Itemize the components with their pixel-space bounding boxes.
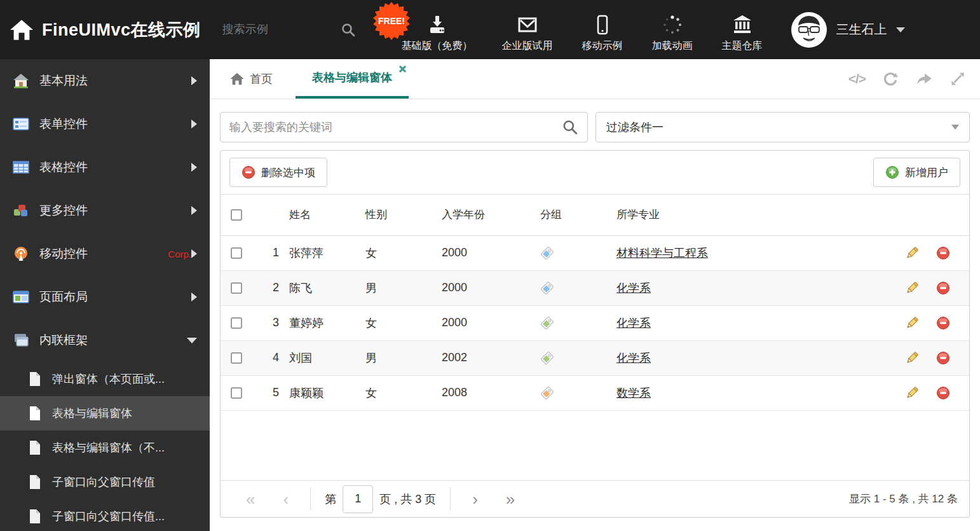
row-checkbox[interactable] [231, 317, 242, 329]
nav-item-mobile-demo[interactable]: 移动示例 [582, 7, 623, 53]
expand-icon[interactable] [949, 71, 966, 87]
nav-item-enterprise-trial[interactable]: 企业版试用 [502, 7, 553, 53]
delete-selected-label: 删除选中项 [261, 165, 315, 180]
major-link[interactable]: 化学系 [616, 352, 651, 364]
avatar [791, 11, 827, 48]
sidebar-item-child-to-parent[interactable]: 子窗口向父窗口传值 [0, 465, 210, 499]
add-circle-icon [885, 165, 899, 179]
sidebar-item-label: 基本用法 [39, 72, 191, 89]
nav-item-basic-free[interactable]: FREE! 基础版（免费） [402, 7, 473, 53]
file-icon [28, 474, 42, 490]
pagination-bar: « ‹ 第 页 , 共 3 页 › » 显示 1 - 5 条 , 共 12 条 [221, 480, 969, 517]
chevron-right-icon [191, 76, 197, 85]
major-link[interactable]: 材料科学与工程系 [616, 247, 708, 259]
nav-item-theme-store[interactable]: 主题仓库 [722, 7, 763, 53]
delete-row-icon[interactable] [936, 281, 950, 295]
tab-home[interactable]: 首页 [222, 59, 280, 99]
tag-icon [540, 281, 554, 295]
keyword-search-box [220, 112, 588, 142]
nav-label: 移动示例 [582, 39, 623, 53]
header-nav: FREE! 基础版（免费） 企业版试用 移动示例 [402, 7, 763, 53]
app-title: FineUIMvc在线示例 [42, 18, 201, 41]
select-all-checkbox[interactable] [231, 209, 242, 221]
sidebar-item-label: 更多控件 [39, 202, 191, 219]
home-colored-icon [13, 73, 29, 88]
edit-pencil-icon[interactable] [904, 280, 920, 296]
sidebar-item-iframe[interactable]: 内联框架 [0, 319, 210, 362]
row-checkbox[interactable] [231, 387, 242, 399]
edit-pencil-icon[interactable] [904, 385, 920, 401]
major-link[interactable]: 化学系 [616, 282, 651, 294]
home-icon [230, 72, 244, 85]
sidebar-item-label: 表单控件 [39, 116, 191, 132]
divider [450, 488, 451, 511]
table-row: 3 董婷婷 女 2000 化学系 [221, 305, 969, 340]
major-link[interactable]: 化学系 [616, 317, 651, 329]
refresh-icon[interactable] [882, 71, 899, 87]
major-link[interactable]: 数学系 [616, 387, 651, 399]
filter-dropdown[interactable]: 过滤条件一 [595, 112, 970, 142]
column-header-group: 分组 [533, 195, 609, 235]
tag-icon [540, 316, 554, 330]
header-search-input[interactable] [222, 23, 324, 36]
chevron-right-icon [191, 249, 197, 258]
delete-row-icon[interactable] [936, 386, 950, 400]
filter-row: 过滤条件一 [210, 99, 980, 142]
column-header-major: 所学专业 [609, 195, 897, 235]
table-row: 1 张萍萍 女 2000 材料科学与工程系 [221, 235, 969, 270]
sidebar-item-grid-edit-window[interactable]: 表格与编辑窗体 [0, 396, 210, 431]
page-number-input[interactable] [343, 485, 373, 513]
sidebar-item-child-to-parent-2[interactable]: 子窗口向父窗口传值... [0, 499, 210, 531]
sidebar-item-form-controls[interactable]: 表单控件 [0, 102, 210, 146]
code-icon[interactable]: </> [848, 71, 866, 86]
delete-row-icon[interactable] [936, 316, 950, 330]
row-number: 5 [252, 375, 282, 410]
row-checkbox[interactable] [231, 282, 242, 294]
next-page-icon[interactable]: › [458, 491, 492, 507]
sidebar-item-grid-edit-window-2[interactable]: 表格与编辑窗体（不... [0, 431, 210, 465]
row-checkbox[interactable] [231, 247, 242, 259]
row-checkbox[interactable] [231, 352, 242, 364]
edit-pencil-icon[interactable] [904, 350, 920, 366]
edit-pencil-icon[interactable] [904, 245, 920, 261]
delete-selected-button[interactable]: 删除选中项 [229, 158, 327, 187]
keyword-search-input[interactable] [229, 121, 562, 134]
tab-label: 表格与编辑窗体 [312, 70, 392, 85]
search-icon[interactable] [562, 119, 578, 135]
add-user-button[interactable]: 新增用户 [873, 158, 960, 187]
sidebar: 基本用法 表单控件 表格控件 [0, 59, 210, 531]
download-icon [426, 15, 448, 35]
chevron-down-icon [896, 27, 905, 32]
sidebar-child-label: 表格与编辑窗体（不... [52, 440, 165, 455]
sidebar-item-mobile-controls[interactable]: 移动控件 Corp. [0, 232, 210, 275]
sidebar-child-label: 子窗口向父窗口传值... [52, 509, 165, 524]
divider [310, 488, 311, 511]
cell-name: 陈飞 [282, 270, 358, 305]
sidebar-item-more-controls[interactable]: 更多控件 [0, 189, 210, 232]
sidebar-item-basic-usage[interactable]: 基本用法 [0, 59, 210, 102]
delete-row-icon[interactable] [936, 246, 950, 260]
nav-label: 加载动画 [652, 39, 693, 53]
edit-pencil-icon[interactable] [904, 315, 920, 331]
nav-label: 基础版（免费） [402, 39, 473, 53]
nav-item-loading-anim[interactable]: 加载动画 [652, 7, 693, 53]
prev-page-icon[interactable]: ‹ [269, 491, 303, 507]
chevron-right-icon [191, 206, 197, 215]
sidebar-item-grid-controls[interactable]: 表格控件 [0, 146, 210, 189]
grid-toolbar: 删除选中项 新增用户 [221, 151, 969, 195]
layout-icon [13, 289, 29, 305]
chevron-right-icon [191, 293, 197, 301]
user-menu[interactable]: 三生石上 [791, 11, 905, 48]
delete-row-icon[interactable] [936, 351, 950, 365]
last-page-icon[interactable]: » [492, 491, 529, 507]
share-icon[interactable] [915, 71, 933, 87]
app-logo[interactable]: FineUIMvc在线示例 [0, 18, 201, 41]
close-icon[interactable] [398, 65, 406, 73]
tab-grid-edit-window[interactable]: 表格与编辑窗体 [296, 59, 409, 99]
search-icon[interactable] [341, 22, 356, 38]
sidebar-item-popup-window[interactable]: 弹出窗体（本页面或... [0, 362, 210, 396]
grid-panel: 删除选中项 新增用户 [220, 150, 970, 518]
first-page-icon[interactable]: « [232, 491, 269, 507]
sidebar-item-page-layout[interactable]: 页面布局 [0, 275, 210, 319]
envelope-icon [517, 15, 538, 35]
